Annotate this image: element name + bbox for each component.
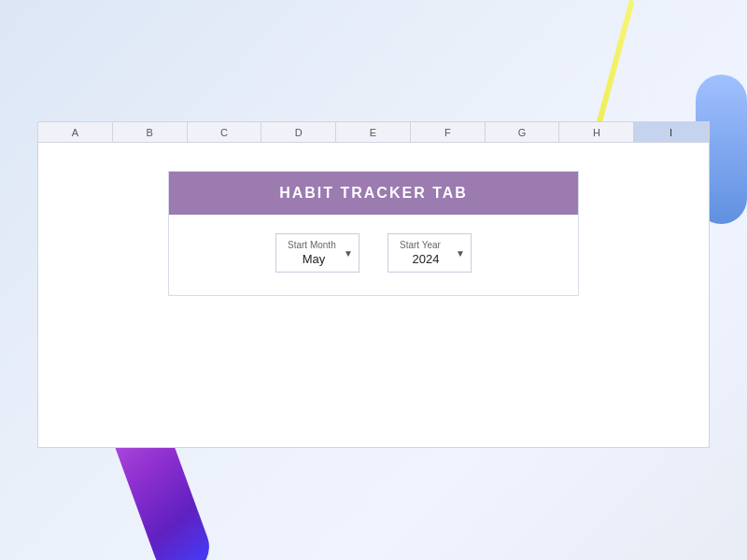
start-month-label: Start Month <box>288 240 336 250</box>
start-year-dropdown[interactable]: Start Year 2024 ▼ <box>388 233 472 273</box>
start-month-arrow-icon: ▼ <box>344 248 353 259</box>
col-header-i[interactable]: I <box>634 122 709 142</box>
start-year-arrow-icon: ▼ <box>456 248 465 259</box>
col-header-h[interactable]: H <box>559 122 634 142</box>
col-header-c[interactable]: C <box>188 122 262 142</box>
col-header-e[interactable]: E <box>336 122 411 142</box>
tracker-card: HABIT TRACKER TAB Start Month May ▼ Star… <box>168 171 579 296</box>
col-header-b[interactable]: B <box>113 122 188 142</box>
col-header-f[interactable]: F <box>411 122 486 142</box>
tracker-controls: Start Month May ▼ Start Year 2024 ▼ <box>169 215 578 295</box>
column-headers: A B C D E F G H I <box>38 122 709 143</box>
start-month-value: May <box>303 252 326 266</box>
start-month-dropdown[interactable]: Start Month May ▼ <box>275 233 359 273</box>
col-header-g[interactable]: G <box>486 122 560 142</box>
col-header-a[interactable]: A <box>38 122 113 142</box>
col-header-d[interactable]: D <box>261 122 336 142</box>
sheet-body: HABIT TRACKER TAB Start Month May ▼ Star… <box>38 143 709 447</box>
spreadsheet: A B C D E F G H I HABIT TRACKER TAB <box>37 121 710 448</box>
start-year-value: 2024 <box>413 252 440 266</box>
start-year-label: Start Year <box>400 240 441 250</box>
tracker-title: HABIT TRACKER TAB <box>169 172 578 215</box>
